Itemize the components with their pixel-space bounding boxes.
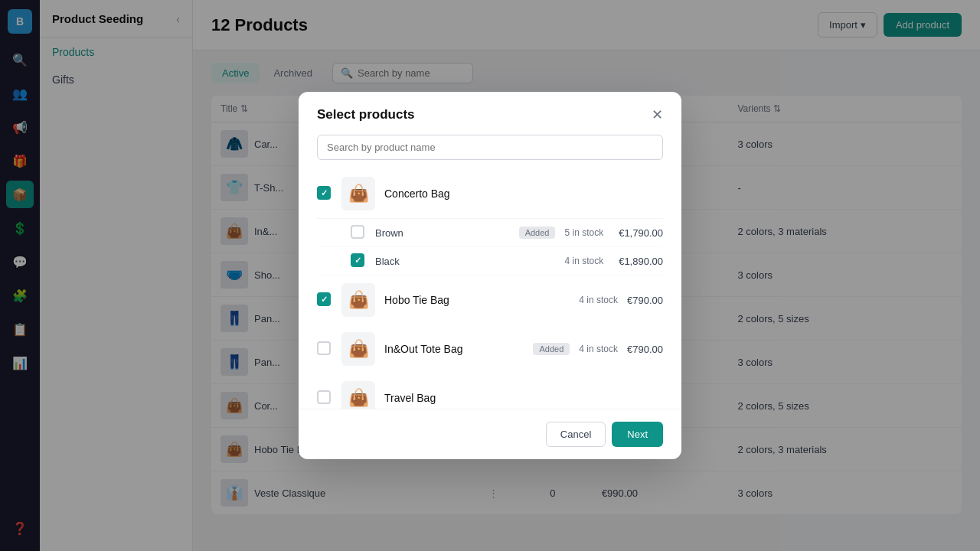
variant-price: €1,890.00 [619, 256, 663, 267]
checkbox-wrap [317, 341, 332, 357]
cancel-button[interactable]: Cancel [546, 422, 606, 447]
product-item: 👜 Concerto Bag [317, 169, 663, 219]
added-badge: Added [519, 227, 556, 239]
product-checkbox[interactable] [317, 292, 331, 306]
variant-item: Brown Added 5 in stock €1,790.00 [317, 219, 663, 247]
modal-title: Select products [317, 107, 415, 122]
variant-checkbox[interactable] [351, 225, 364, 239]
modal-product-item: 👜 Hobo Tie Bag 4 in stock €790.00 [317, 276, 663, 324]
product-image: 👜 [341, 381, 375, 409]
modal-product-item: 👜 Concerto Bag Brown Added 5 in stock €1… [317, 169, 663, 276]
product-item: 👜 Travel Bag [317, 373, 663, 409]
variant-name: Black [375, 256, 555, 267]
product-checkbox[interactable] [317, 341, 331, 355]
variant-checkbox-wrap [351, 253, 366, 269]
checkbox-wrap [317, 292, 332, 308]
product-image: 👜 [341, 332, 375, 366]
checkbox-wrap [317, 186, 332, 201]
product-name: Hobo Tie Bag [384, 294, 570, 306]
modal-product-item: 👜 Travel Bag [317, 373, 663, 409]
modal-product-item: 👜 In&Out Tote Bag Added 4 in stock €790.… [317, 324, 663, 373]
modal-overlay: Select products ✕ 👜 Concerto Bag Bro [0, 0, 980, 551]
product-name: In&Out Tote Bag [384, 343, 519, 355]
product-image: 👜 [341, 177, 375, 210]
checkbox-wrap [317, 390, 332, 406]
variant-item: Black 4 in stock €1,890.00 [317, 247, 663, 276]
product-name: Concerto Bag [384, 187, 663, 200]
product-price: €790.00 [627, 344, 663, 355]
product-stock: 4 in stock [579, 344, 618, 354]
select-products-modal: Select products ✕ 👜 Concerto Bag Bro [299, 92, 681, 459]
product-price: €790.00 [627, 295, 663, 306]
product-stock: 4 in stock [579, 295, 618, 305]
variant-stock: 5 in stock [564, 227, 603, 238]
modal-footer: Cancel Next [299, 409, 681, 459]
modal-close-button[interactable]: ✕ [652, 108, 663, 122]
added-badge: Added [533, 343, 570, 355]
modal-header: Select products ✕ [299, 92, 681, 135]
variant-checkbox-wrap [351, 225, 366, 240]
product-name: Travel Bag [384, 392, 663, 404]
product-item: 👜 In&Out Tote Bag Added 4 in stock €790.… [317, 324, 663, 373]
modal-body: 👜 Concerto Bag Brown Added 5 in stock €1… [299, 169, 681, 409]
variant-stock: 4 in stock [564, 256, 603, 266]
product-checkbox[interactable] [317, 390, 331, 404]
product-item: 👜 Hobo Tie Bag 4 in stock €790.00 [317, 276, 663, 324]
modal-search-input[interactable] [317, 135, 663, 160]
variant-name: Brown [375, 227, 505, 239]
variant-checkbox[interactable] [351, 253, 364, 267]
product-image: 👜 [341, 283, 375, 317]
product-checkbox[interactable] [317, 186, 331, 200]
modal-search-area [299, 135, 681, 169]
variant-price: €1,790.00 [619, 227, 663, 239]
next-button[interactable]: Next [612, 422, 663, 447]
